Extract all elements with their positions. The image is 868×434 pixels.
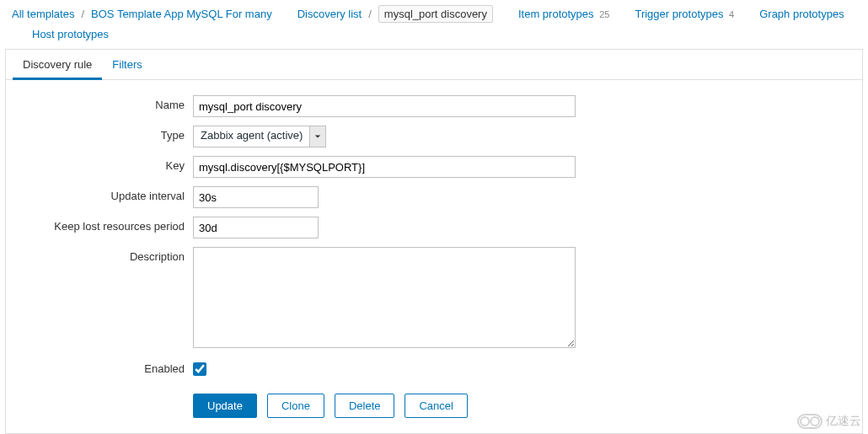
label-keep-lost: Keep lost resources period (16, 217, 193, 233)
bc-template-name[interactable]: BOS Template App MySQL For many (91, 8, 272, 20)
key-input[interactable] (193, 156, 576, 178)
bc-sep: / (81, 8, 84, 20)
watermark-icon (797, 414, 822, 429)
breadcrumb: All templates / BOS Template App MySQL F… (0, 0, 868, 49)
label-type: Type (16, 126, 193, 142)
label-enabled: Enabled (16, 359, 193, 375)
count-badge: 25 (599, 9, 609, 19)
enabled-checkbox[interactable] (193, 362, 206, 376)
nav-host-prototypes[interactable]: Host prototypes (32, 28, 109, 40)
nav-graph-prototypes[interactable]: Graph prototypes (759, 8, 844, 20)
label-key: Key (16, 156, 193, 172)
type-select-value: Zabbix agent (active) (194, 126, 309, 147)
description-textarea[interactable] (193, 247, 576, 348)
cancel-button[interactable]: Cancel (405, 394, 467, 418)
name-input[interactable] (193, 95, 576, 117)
button-row: Update Clone Delete Cancel (193, 394, 852, 418)
content-panel: Discovery rule Filters Name Type Zabbix … (5, 49, 863, 434)
tab-row: Discovery rule Filters (6, 50, 862, 80)
tab-discovery-rule[interactable]: Discovery rule (13, 51, 102, 80)
update-button[interactable]: Update (193, 394, 257, 418)
bc-current: mysql_port discovery (378, 5, 493, 23)
nav-item-prototypes[interactable]: Item prototypes 25 (518, 8, 609, 20)
bc-all-templates[interactable]: All templates (12, 8, 74, 20)
form-area: Name Type Zabbix agent (active) Key (6, 80, 862, 433)
tab-filters[interactable]: Filters (102, 51, 152, 80)
type-select[interactable]: Zabbix agent (active) (193, 126, 326, 147)
update-interval-input[interactable] (193, 186, 319, 208)
nav-trigger-prototypes[interactable]: Trigger prototypes 4 (635, 8, 734, 20)
watermark: 亿速云 (797, 414, 861, 429)
clone-button[interactable]: Clone (267, 394, 324, 418)
label-description: Description (16, 247, 193, 263)
bc-sep: / (368, 8, 372, 20)
label-name: Name (16, 95, 193, 111)
chevron-down-icon[interactable] (309, 126, 325, 147)
delete-button[interactable]: Delete (335, 394, 395, 418)
label-update-interval: Update interval (16, 186, 193, 202)
keep-lost-input[interactable] (193, 217, 319, 238)
bc-discovery-list[interactable]: Discovery list (297, 8, 362, 20)
count-badge: 4 (729, 9, 734, 19)
